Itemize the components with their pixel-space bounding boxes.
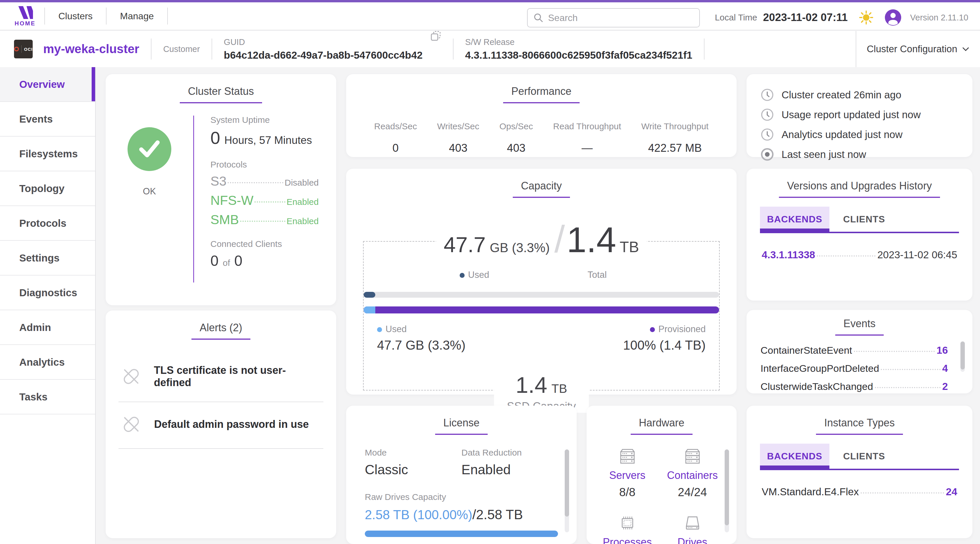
raw-drives-value: 2.58 TB (100.00%) /2.58 TB bbox=[365, 507, 558, 522]
last-seen-icon bbox=[760, 148, 774, 161]
uptime-rest: Hours, 57 Minutes bbox=[224, 134, 312, 146]
clock-icon bbox=[760, 108, 774, 121]
license-card: License Mode Classic Data Reduction Enab… bbox=[346, 406, 577, 544]
nav-item-clusters[interactable]: Clusters bbox=[45, 2, 106, 30]
drive-icon bbox=[684, 516, 702, 531]
capacity-total-number: 1.4 bbox=[567, 220, 616, 260]
theme-sun-icon[interactable] bbox=[859, 10, 873, 25]
sidebar-item-settings[interactable]: Settings bbox=[0, 241, 95, 275]
tab-backends[interactable]: BACKENDS bbox=[760, 207, 829, 232]
sidebar-item-tasks[interactable]: Tasks bbox=[0, 380, 95, 414]
sidebar-item-analytics[interactable]: Analytics bbox=[0, 345, 95, 380]
alerts-card: Alerts (2) TLS certificate is not user-d… bbox=[106, 310, 336, 538]
home-label: HOME bbox=[14, 20, 36, 27]
protocols-label: Protocols bbox=[210, 160, 319, 170]
alerts-title: Alerts (2) bbox=[191, 321, 250, 340]
cluster-configuration-button[interactable]: Cluster Configuration bbox=[856, 31, 980, 67]
hardware-title: Hardware bbox=[631, 417, 692, 435]
versions-title: Versions and Upgrades History bbox=[779, 180, 940, 198]
sidebar-item-events[interactable]: Events bbox=[0, 102, 95, 137]
alert-row-tls[interactable]: TLS certificate is not user-defined bbox=[118, 353, 323, 402]
weka-home-logo[interactable]: HOME bbox=[14, 6, 36, 27]
alert-row-password[interactable]: Default admin password in use bbox=[118, 402, 323, 449]
scrollbar-thumb[interactable] bbox=[725, 449, 729, 525]
tab-backends[interactable]: BACKENDS bbox=[760, 444, 829, 469]
uptime-label: System Uptime bbox=[210, 115, 319, 125]
event-row: ContainerStateEvent 16 bbox=[760, 344, 948, 356]
instance-types-tabs: BACKENDS CLIENTS bbox=[760, 444, 959, 470]
dotted-leader bbox=[861, 492, 944, 493]
total-legend: Total bbox=[587, 270, 606, 280]
cluster-header-bar: OCI my-weka-cluster Customer GUID b64c12… bbox=[0, 31, 980, 67]
status-ok-icon bbox=[127, 127, 171, 171]
sidebar-item-diagnostics[interactable]: Diagnostics bbox=[0, 275, 95, 310]
events-title: Events bbox=[835, 318, 884, 336]
used-legend: Used bbox=[460, 270, 489, 280]
muted-alert-icon bbox=[120, 365, 142, 388]
license-data-reduction: Data Reduction Enabled bbox=[461, 448, 558, 477]
capacity-card: Capacity 47.7 GB (3.3%) / 1.4 TB Used To… bbox=[346, 169, 737, 394]
divider bbox=[151, 38, 151, 60]
sidebar-item-filesystems[interactable]: Filesystems bbox=[0, 137, 95, 171]
search-box[interactable] bbox=[527, 8, 700, 27]
clients-total: 0 bbox=[234, 253, 242, 269]
dotted-leader bbox=[255, 201, 285, 202]
weka-logo-icon bbox=[16, 6, 34, 19]
user-avatar[interactable] bbox=[885, 9, 902, 26]
dotted-leader bbox=[854, 351, 935, 352]
metric-read-throughput: Read Throughput — bbox=[553, 121, 621, 154]
scrollbar-thumb[interactable] bbox=[961, 342, 965, 369]
guid-value: b64c12da-d662-49a7-ba8b-547600cc4b42 bbox=[224, 49, 423, 61]
protocol-row-smb: SMB Enabled bbox=[210, 212, 319, 227]
cluster-name: my-weka-cluster bbox=[43, 42, 139, 56]
raw-drives-bar bbox=[365, 531, 558, 537]
protocol-row-nfsw: NFS-W Enabled bbox=[210, 193, 319, 208]
dotted-leader bbox=[240, 221, 285, 222]
sw-release-value: 4.3.1.11338-8066600c625950f3faf05ca234f5… bbox=[465, 49, 692, 61]
divider: / bbox=[555, 217, 565, 261]
metric-write-throughput: Write Throughput 422.57 MB bbox=[641, 121, 709, 154]
copy-guid-icon[interactable] bbox=[430, 30, 441, 41]
tab-clients[interactable]: CLIENTS bbox=[829, 444, 899, 469]
scrollbar-thumb[interactable] bbox=[565, 449, 569, 517]
nav-item-manage[interactable]: Manage bbox=[107, 2, 167, 30]
top-navbar: HOME Clusters Manage Local Time 2023-11-… bbox=[0, 0, 980, 30]
uptime-hours: 0 bbox=[210, 128, 220, 148]
sw-release-label: S/W Release bbox=[465, 37, 692, 47]
hardware-containers: Containers 24/24 bbox=[660, 449, 725, 499]
dotted-leader bbox=[817, 255, 875, 256]
metric-writes-sec: Writes/Sec 403 bbox=[437, 121, 479, 154]
versions-card: Versions and Upgrades History BACKENDS C… bbox=[746, 169, 972, 301]
raw-drives-label: Raw Drives Capacity bbox=[365, 492, 558, 502]
sidebar-item-topology[interactable]: Topology bbox=[0, 171, 95, 206]
clock-icon bbox=[760, 88, 774, 102]
total-capacity-bar bbox=[364, 292, 719, 298]
hardware-drives: Drives 8/8 bbox=[660, 516, 725, 544]
tab-clients[interactable]: CLIENTS bbox=[829, 207, 899, 232]
divider bbox=[453, 38, 453, 60]
provisioned-detail: Provisioned 100% (1.4 TB) bbox=[623, 324, 706, 353]
metric-reads-sec: Reads/Sec 0 bbox=[374, 121, 417, 154]
cluster-timestamps-card: Cluster created 26min ago Usage report u… bbox=[746, 74, 972, 157]
divider bbox=[704, 38, 705, 60]
timestamp-cluster-created: Cluster created 26min ago bbox=[760, 88, 972, 102]
app-version: Version 2.11.10 bbox=[910, 13, 968, 22]
capacity-used-number: 47.7 bbox=[444, 232, 485, 257]
oci-logo-text: OCI bbox=[24, 47, 33, 52]
capacity-title: Capacity bbox=[513, 180, 570, 198]
sidebar-item-overview[interactable]: Overview bbox=[0, 67, 95, 102]
server-icon bbox=[619, 449, 636, 464]
performance-title: Performance bbox=[503, 85, 580, 103]
dotted-leader bbox=[881, 369, 940, 370]
sidebar-item-admin[interactable]: Admin bbox=[0, 310, 95, 345]
cluster-status-card: Cluster Status OK System Uptime 0 Hours, bbox=[106, 74, 336, 305]
guid-label: GUID bbox=[224, 37, 423, 47]
license-title: License bbox=[435, 417, 488, 435]
sidebar-item-protocols[interactable]: Protocols bbox=[0, 206, 95, 241]
sidebar: Overview Events Filesystems Topology Pro… bbox=[0, 67, 96, 544]
version-row: 4.3.1.11338 2023-11-02 06:45 bbox=[762, 249, 957, 261]
connected-clients-label: Connected Clients bbox=[210, 239, 319, 249]
search-input[interactable] bbox=[548, 13, 682, 23]
muted-alert-icon bbox=[120, 413, 142, 436]
oci-cloud-logo: OCI bbox=[14, 40, 33, 58]
